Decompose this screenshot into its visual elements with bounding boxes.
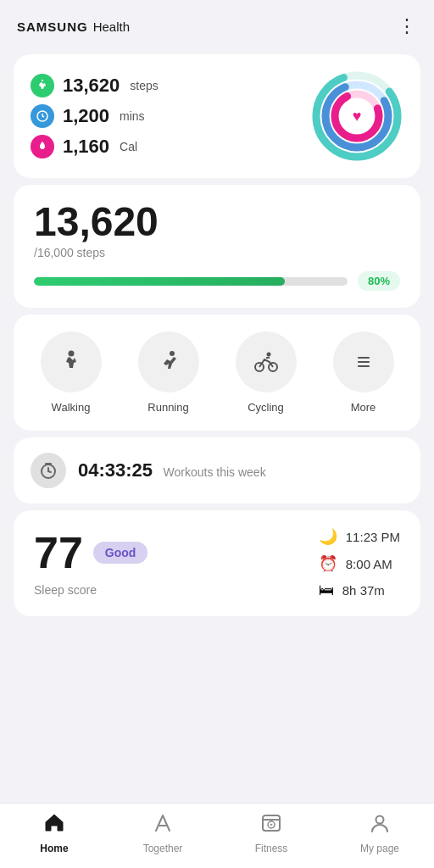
sleep-bedtime-row: 🌙 11:23 PM [319,527,400,546]
sleep-left: 77 Good Sleep score [34,531,147,597]
nav-mypage[interactable]: My page [354,812,405,854]
svg-point-14 [266,353,270,357]
svg-point-11 [170,351,175,356]
sleep-bedtime: 11:23 PM [346,530,400,544]
progress-bar-fill [34,277,285,286]
steps-goal: /16,000 steps [34,246,400,259]
cycling-label: Cycling [248,401,284,414]
running-label: Running [147,401,188,414]
workout-label: Workouts this week [164,465,266,479]
mypage-icon [369,812,391,839]
workout-timer-icon [31,453,66,488]
mins-metric-row: 1,200 mins [31,104,159,128]
progress-bar [34,277,348,286]
cycling-icon-circle [236,331,297,392]
steps-value: 13,620 [63,75,120,97]
sleep-wakeup-row: ⏰ 8:00 AM [319,554,400,573]
home-icon [43,812,65,839]
nav-mypage-label: My page [360,843,399,854]
nav-home[interactable]: Home [29,812,80,854]
svg-line-20 [48,471,51,472]
nav-fitness[interactable]: Fitness [246,812,297,854]
activity-icons-card: Walking Running Cycling [14,314,420,431]
mins-value: 1,200 [63,105,109,127]
steps-progress-row: 80% [34,271,400,291]
activity-running[interactable]: Running [138,331,199,414]
activity-summary-card: 13,620 steps 1,200 mins 1,160 C [14,54,420,178]
cal-icon [31,135,54,159]
more-label: More [351,401,376,414]
moon-icon: 🌙 [319,527,337,546]
brand-name: SAMSUNG [17,19,88,34]
sleep-score: 77 [34,531,83,575]
svg-point-10 [68,351,74,357]
svg-point-26 [376,816,384,824]
svg-marker-25 [270,824,273,826]
activity-more[interactable]: More [333,331,394,414]
svg-text:♥: ♥ [353,108,362,125]
mins-icon [31,104,54,128]
nav-together[interactable]: Together [137,812,188,854]
more-icon-circle [333,331,394,392]
sleep-wakeup: 8:00 AM [346,557,392,571]
activity-metrics: 13,620 steps 1,200 mins 1,160 C [31,74,159,159]
alarm-icon: ⏰ [319,554,337,573]
sleep-right: 🌙 11:23 PM ⏰ 8:00 AM 🛏 8h 37m [319,527,400,599]
mins-unit: mins [120,109,145,123]
sleep-duration-row: 🛏 8h 37m [319,581,400,599]
svg-line-2 [42,116,44,117]
activity-cycling[interactable]: Cycling [236,331,297,414]
workout-card: 04:33:25 Workouts this week [14,437,420,504]
steps-detail-card: 13,620 /16,000 steps 80% [14,185,420,308]
steps-metric-row: 13,620 steps [31,74,159,97]
running-icon-circle [138,331,199,392]
walking-label: Walking [52,401,91,414]
heart-ring-visual: ♥ [310,70,403,163]
sleep-score-row: 77 Good [34,531,147,575]
cal-value: 1,160 [63,136,109,158]
logo: SAMSUNG Health [17,19,130,34]
workout-time: 04:33:25 [78,459,153,481]
sleep-card: 77 Good Sleep score 🌙 11:23 PM ⏰ 8:00 AM… [14,510,420,616]
fitness-icon [260,812,282,839]
steps-icon [31,74,54,97]
steps-big-value: 13,620 [34,202,400,242]
together-icon [152,812,174,839]
activity-walking[interactable]: Walking [41,331,102,414]
cal-unit: Cal [120,140,137,153]
nav-together-label: Together [143,843,183,854]
product-name: Health [93,19,130,34]
cal-metric-row: 1,160 Cal [31,135,159,159]
sleep-label: Sleep score [34,583,147,597]
workout-info: 04:33:25 Workouts this week [78,459,266,481]
nav-home-label: Home [40,843,68,854]
sleep-quality-badge: Good [93,542,148,564]
walking-icon-circle [41,331,102,392]
bottom-nav: Home Together Fitness My p [0,803,434,868]
nav-fitness-label: Fitness [255,843,288,854]
bed-icon: 🛏 [319,581,334,599]
overflow-menu-icon[interactable]: ⋮ [398,15,417,37]
progress-badge: 80% [358,271,400,291]
sleep-duration: 8h 37m [342,583,385,598]
app-header: SAMSUNG Health ⋮ [0,0,434,47]
steps-unit: steps [130,79,158,92]
